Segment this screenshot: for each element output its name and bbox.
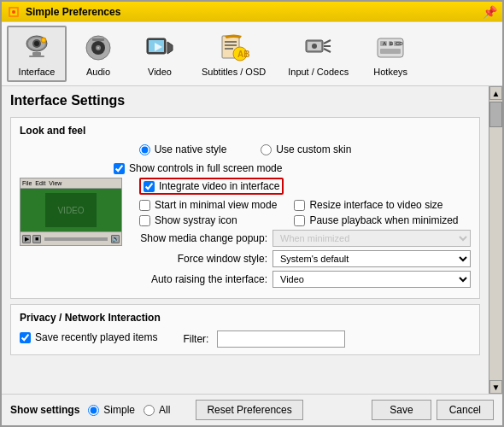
toolbar-interface[interactable]: Interface bbox=[7, 26, 67, 82]
integrate-video-checkbox[interactable] bbox=[144, 181, 155, 192]
input-icon bbox=[302, 31, 336, 65]
filter-input[interactable] bbox=[217, 330, 345, 348]
privacy-section: Privacy / Network Interaction Save recen… bbox=[10, 304, 480, 355]
svg-point-6 bbox=[34, 41, 39, 46]
main-window: Simple Preferences 📌 Interface bbox=[0, 0, 504, 427]
save-recently-played-checkbox[interactable]: Save recently played items bbox=[20, 331, 157, 343]
svg-rect-8 bbox=[29, 56, 44, 57]
svg-rect-7 bbox=[32, 52, 41, 56]
scrollbar: ▲ ▼ bbox=[489, 86, 502, 394]
checkboxes-row: Start in minimal view mode Show systray … bbox=[139, 199, 471, 230]
integrate-video-wrapper: Integrate video in interface bbox=[139, 178, 471, 195]
subtitles-label: Subtitles / OSD bbox=[202, 67, 266, 77]
audio-icon bbox=[81, 31, 115, 65]
subtitles-icon: AB bbox=[217, 31, 251, 65]
privacy-title: Privacy / Network Interaction bbox=[20, 312, 471, 324]
interface-preview: File Edit View VIDEO bbox=[20, 178, 122, 246]
title-bar: Simple Preferences 📌 bbox=[2, 2, 502, 22]
scroll-up[interactable]: ▲ bbox=[489, 86, 502, 100]
window-title: Simple Preferences bbox=[26, 6, 483, 18]
filter-label: Filter: bbox=[183, 333, 208, 345]
toolbar-input[interactable]: Input / Codecs bbox=[278, 26, 359, 82]
footer: Show settings Simple All Reset Preferenc… bbox=[2, 394, 502, 425]
preview-progress bbox=[44, 237, 108, 241]
media-popup-label: Show media change popup: bbox=[139, 232, 267, 244]
preview-play-btn: ▶ bbox=[22, 235, 31, 243]
toolbar-hotkeys[interactable]: A B CD Hotkeys bbox=[360, 26, 420, 82]
svg-text:VIDEO: VIDEO bbox=[57, 206, 84, 215]
show-settings-label: Show settings bbox=[10, 404, 79, 416]
preview-video-area: VIDEO bbox=[21, 189, 121, 231]
force-window-row: Force window style: System's default bbox=[139, 250, 471, 267]
pause-minimized-checkbox[interactable]: Pause playback when minimized bbox=[294, 214, 458, 226]
cancel-button[interactable]: Cancel bbox=[437, 400, 494, 420]
video-icon bbox=[143, 31, 177, 65]
look-and-feel-title: Look and feel bbox=[20, 125, 471, 137]
preview-controls: ▶ ■ 🔊 bbox=[21, 231, 121, 245]
svg-point-2 bbox=[12, 10, 15, 14]
show-systray-checkbox[interactable]: Show systray icon bbox=[139, 214, 277, 226]
privacy-row: Save recently played items Filter: bbox=[20, 330, 471, 348]
two-col-area: File Edit View VIDEO bbox=[20, 178, 471, 291]
svg-rect-15 bbox=[92, 38, 104, 41]
auto-raising-label: Auto raising the interface: bbox=[139, 273, 267, 285]
main-area: Interface Settings Look and feel Use nat… bbox=[2, 86, 502, 394]
media-popup-select[interactable]: When minimized bbox=[273, 230, 471, 247]
settings-right-col: Integrate video in interface Start in mi… bbox=[139, 178, 471, 291]
svg-marker-18 bbox=[167, 42, 173, 54]
svg-line-32 bbox=[324, 49, 331, 52]
svg-text:B: B bbox=[390, 41, 394, 46]
resize-to-video-checkbox[interactable]: Resize interface to video size bbox=[294, 199, 458, 211]
page-title: Interface Settings bbox=[10, 93, 480, 108]
svg-text:AB: AB bbox=[237, 50, 249, 59]
auto-raising-row: Auto raising the interface: Video bbox=[139, 271, 471, 288]
show-settings-row: Show settings Simple All Reset Preferenc… bbox=[10, 400, 494, 420]
video-label: Video bbox=[148, 67, 172, 77]
media-popup-row: Show media change popup: When minimized bbox=[139, 230, 471, 247]
svg-text:A: A bbox=[383, 41, 387, 46]
hotkeys-icon: A B CD bbox=[373, 31, 407, 65]
save-button[interactable]: Save bbox=[372, 400, 431, 420]
right-checkboxes: Resize interface to video size Pause pla… bbox=[294, 199, 458, 230]
show-controls-checkbox[interactable]: Show controls in full screen mode bbox=[114, 162, 471, 174]
use-native-style-radio[interactable]: Use native style bbox=[139, 143, 227, 155]
preview-stop-btn: ■ bbox=[32, 235, 41, 243]
reset-button[interactable]: Reset Preferences bbox=[196, 400, 302, 420]
toolbar-audio[interactable]: Audio bbox=[68, 26, 128, 82]
look-and-feel-section: Look and feel Use native style Use custo… bbox=[10, 117, 480, 299]
audio-label: Audio bbox=[86, 67, 110, 77]
svg-point-10 bbox=[43, 39, 45, 42]
preview-area: File Edit View VIDEO bbox=[20, 178, 131, 291]
simple-radio[interactable]: Simple bbox=[88, 404, 135, 416]
interface-icon bbox=[20, 31, 54, 65]
footer-buttons: Reset Preferences Save Cancel bbox=[196, 400, 494, 420]
style-radio-row: Use native style Use custom skin bbox=[20, 143, 471, 155]
integrate-video-highlight: Integrate video in interface bbox=[139, 178, 284, 195]
scroll-down[interactable]: ▼ bbox=[489, 380, 502, 394]
toolbar: Interface Audio bbox=[2, 22, 502, 86]
svg-point-29 bbox=[312, 44, 317, 49]
svg-text:CD: CD bbox=[396, 41, 403, 46]
preview-menubar: File Edit View bbox=[21, 178, 121, 189]
scroll-thumb[interactable] bbox=[489, 102, 502, 127]
pin-icon[interactable]: 📌 bbox=[483, 5, 497, 19]
all-radio[interactable]: All bbox=[144, 404, 170, 416]
svg-point-14 bbox=[97, 47, 99, 49]
hotkeys-label: Hotkeys bbox=[373, 67, 407, 77]
window-icon bbox=[7, 5, 21, 19]
input-label: Input / Codecs bbox=[288, 67, 349, 77]
force-window-label: Force window style: bbox=[139, 253, 267, 265]
force-window-select[interactable]: System's default bbox=[273, 250, 471, 267]
auto-raising-select[interactable]: Video bbox=[273, 271, 471, 288]
use-custom-skin-radio[interactable]: Use custom skin bbox=[261, 143, 351, 155]
start-minimal-checkbox[interactable]: Start in minimal view mode bbox=[139, 199, 277, 211]
svg-rect-37 bbox=[380, 49, 401, 54]
interface-label: Interface bbox=[19, 67, 56, 77]
toolbar-subtitles[interactable]: AB Subtitles / OSD bbox=[191, 26, 276, 82]
svg-line-30 bbox=[324, 40, 331, 44]
content-area: Interface Settings Look and feel Use nat… bbox=[2, 86, 489, 394]
preview-vol-btn: 🔊 bbox=[111, 235, 120, 243]
left-checkboxes: Start in minimal view mode Show systray … bbox=[139, 199, 277, 230]
toolbar-video[interactable]: Video bbox=[130, 26, 190, 82]
